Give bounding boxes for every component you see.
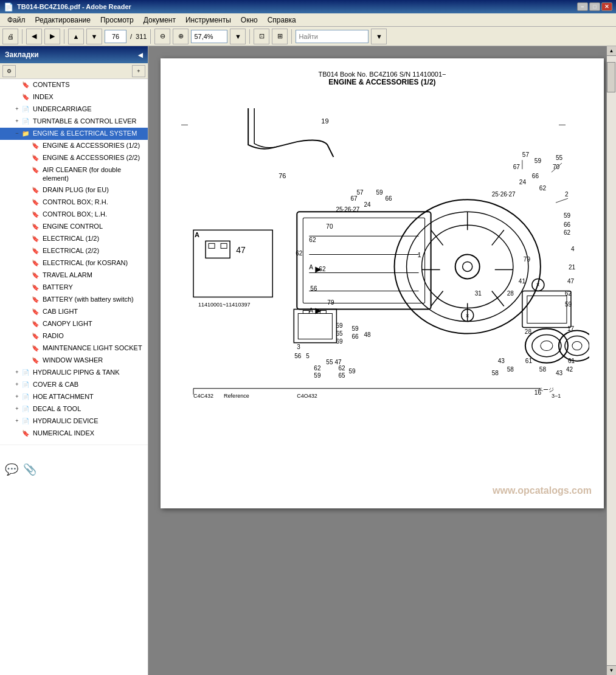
svg-text:55: 55 — [556, 154, 563, 161]
toggle-collapse[interactable]: − — [12, 129, 22, 139]
toggle-spacer-8 — [22, 210, 32, 220]
sidebar-item-engine-electrical[interactable]: − 📁 ENGINE & ELECTRICAL SYSTEM — [0, 128, 148, 140]
sidebar-settings-button[interactable]: ⚙ — [2, 65, 16, 77]
zoom-input[interactable]: 57,4% — [191, 30, 227, 43]
sidebar-item-control-lh[interactable]: 🔖 CONTROL BOX; L.H. — [0, 209, 148, 221]
item-label-canopy-light: CANOPY LIGHT — [43, 319, 145, 328]
svg-text:42: 42 — [566, 366, 573, 373]
next-page-button[interactable]: ▼ — [86, 29, 102, 44]
back-button[interactable]: ◀ — [26, 29, 42, 44]
sidebar-item-maintenance-light[interactable]: 🔖 MAINTENANCE LIGHT SOCKET — [0, 342, 148, 355]
doc-icon-2: 🔖 — [22, 93, 32, 101]
toggle-spacer-20 — [22, 356, 32, 365]
scroll-thumb[interactable] — [607, 62, 615, 92]
svg-text:43: 43 — [556, 370, 563, 376]
sidebar-item-window-washer[interactable]: 🔖 WINDOW WASHER — [0, 355, 148, 367]
sidebar-item-engine-acc-1[interactable]: 🔖 ENGINE & ACCESSORIES (1/2) — [0, 140, 148, 152]
doc-icon-17: 🔖 — [32, 296, 41, 303]
svg-text:21: 21 — [569, 264, 576, 271]
sidebar-item-hoe-attachment[interactable]: + 📄 HOE ATTACHMENT — [0, 391, 148, 403]
svg-text:59: 59 — [314, 372, 321, 379]
sidebar-item-air-cleaner[interactable]: 🔖 AIR CLEANER (for double element) — [0, 164, 148, 184]
forward-button[interactable]: ▶ — [44, 29, 60, 44]
svg-text:—: — — [559, 120, 566, 128]
folder-icon-3: 📄 — [22, 381, 32, 389]
doc-icon-7: 🔖 — [32, 166, 41, 174]
svg-text:62: 62 — [314, 365, 321, 372]
menu-view[interactable]: Просмотр — [95, 15, 139, 26]
menu-document[interactable]: Документ — [139, 15, 181, 26]
scrollbar-right[interactable]: ▲ ▼ — [606, 46, 616, 675]
sidebar-item-battery[interactable]: 🔖 BATTERY — [0, 282, 148, 294]
scroll-track[interactable] — [607, 56, 616, 665]
sidebar-item-engine-acc-2[interactable]: 🔖 ENGINE & ACCESSORIES (2/2) — [0, 152, 148, 164]
toggle-expand-2[interactable]: + — [12, 117, 22, 126]
print-button[interactable]: 🖨 — [2, 29, 18, 44]
sidebar-item-travel-alarm[interactable]: 🔖 TRAVEL ALARM — [0, 269, 148, 282]
menu-file[interactable]: Файл — [2, 15, 30, 26]
menu-tools[interactable]: Инструменты — [181, 15, 236, 26]
zoom-out-button[interactable]: ⊖ — [154, 29, 170, 44]
scroll-down-button[interactable]: ▼ — [607, 665, 616, 675]
sidebar-item-contents[interactable]: 🔖 CONTENTS — [0, 79, 148, 91]
zoom-in-button[interactable]: ⊕ — [173, 29, 189, 44]
sidebar-item-cab-light[interactable]: 🔖 CAB LIGHT — [0, 306, 148, 318]
sidebar-item-hydraulic-piping[interactable]: + 📄 HYDRAULIC PIPNG & TANK — [0, 367, 148, 379]
comment-icon[interactable]: 💬 — [5, 463, 18, 476]
toggle-expand-4[interactable]: + — [12, 380, 22, 390]
sidebar-item-drain-plug[interactable]: 🔖 DRAIN PLUG (for EU) — [0, 184, 148, 196]
svg-text:62: 62 — [564, 229, 571, 236]
svg-text:59: 59 — [336, 322, 343, 329]
sidebar-item-engine-control[interactable]: 🔖 ENGINE CONTROL — [0, 221, 148, 233]
sidebar-collapse-icon[interactable]: ◀ — [138, 52, 143, 58]
toggle-expand-3[interactable]: + — [12, 368, 22, 378]
sidebar-item-electrical-2[interactable]: 🔖 ELECTRICAL (2/2) — [0, 245, 148, 257]
toggle-expand-5[interactable]: + — [12, 392, 22, 402]
toggle-expand[interactable]: + — [12, 105, 22, 114]
sidebar-item-battery-switch[interactable]: 🔖 BATTERY (with battery switch) — [0, 294, 148, 306]
menu-window[interactable]: Окно — [236, 15, 263, 26]
sidebar-item-index[interactable]: 🔖 INDEX — [0, 91, 148, 103]
sidebar-item-electrical-kosran[interactable]: 🔖 ELECTRICAL (for KOSRAN) — [0, 257, 148, 269]
sidebar-item-control-rh[interactable]: 🔖 CONTROL BOX; R.H. — [0, 196, 148, 209]
sidebar-item-cover-cab[interactable]: + 📄 COVER & CAB — [0, 379, 148, 391]
minimize-button[interactable]: − — [577, 2, 588, 11]
toolbar-separator-2 — [64, 29, 64, 44]
doc-icon-20: 🔖 — [32, 332, 41, 340]
doc-icon-21: 🔖 — [32, 344, 41, 352]
scroll-up-button[interactable]: ▲ — [607, 46, 616, 56]
search-input[interactable] — [296, 30, 369, 43]
svg-text:A: A — [195, 231, 199, 238]
search-dropdown-button[interactable]: ▼ — [371, 29, 387, 44]
svg-text:65: 65 — [336, 330, 343, 337]
sidebar-item-turntable[interactable]: + 📄 TURNTABLE & CONTROL LEVER — [0, 116, 148, 128]
maximize-button[interactable]: □ — [589, 2, 600, 11]
toggle-expand-7[interactable]: + — [12, 417, 22, 426]
sidebar-item-numerical-index[interactable]: 🔖 NUMERICAL INDEX — [0, 428, 148, 440]
svg-text:25·26·27: 25·26·27 — [492, 191, 516, 198]
svg-text:3−1: 3−1 — [552, 393, 561, 399]
sidebar-item-electrical-1[interactable]: 🔖 ELECTRICAL (1/2) — [0, 233, 148, 245]
toolbar-separator — [22, 29, 22, 44]
toggle-spacer-4 — [22, 153, 32, 163]
page-number-input[interactable]: 76 — [105, 30, 126, 43]
zoom-dropdown-button[interactable]: ▼ — [230, 29, 246, 44]
sidebar-item-hydraulic-device[interactable]: + 📄 HYDRAULIC DEVICE — [0, 415, 148, 428]
svg-text:59: 59 — [351, 325, 359, 332]
close-button[interactable]: ✕ — [601, 2, 612, 11]
pdf-header-line2: ENGINE & ACCESSORIES (1/2) — [175, 78, 589, 86]
sidebar-item-undercarriage[interactable]: + 📄 UNDERCARRIAGE — [0, 103, 148, 116]
sidebar-item-canopy-light[interactable]: 🔖 CANOPY LIGHT — [0, 318, 148, 330]
toggle-expand-6[interactable]: + — [12, 404, 22, 414]
sidebar-add-button[interactable]: + — [132, 65, 145, 77]
menu-help[interactable]: Справка — [263, 15, 301, 26]
fit-width-button[interactable]: ⊞ — [272, 29, 288, 44]
sidebar-item-radio[interactable]: 🔖 RADIO — [0, 330, 148, 342]
prev-page-button[interactable]: ▲ — [68, 29, 84, 44]
menu-edit[interactable]: Редактирование — [30, 15, 95, 26]
svg-text:31: 31 — [475, 290, 482, 297]
fit-page-button[interactable]: ⊡ — [254, 29, 269, 44]
attachment-icon[interactable]: 📎 — [23, 463, 36, 476]
svg-text:55: 55 — [326, 359, 333, 365]
sidebar-item-decal-tool[interactable]: + 📄 DECAL & TOOL — [0, 403, 148, 415]
